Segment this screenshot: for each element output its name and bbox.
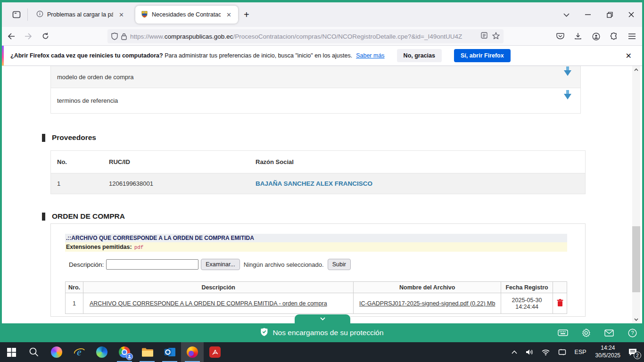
proveedor-no: 1 [51, 180, 109, 187]
firefox-view-icon[interactable] [8, 7, 25, 23]
attachment-row: modelo de orden de compra [51, 66, 580, 88]
new-tab-button[interactable]: + [238, 6, 255, 23]
orden-panel: .::ARCHIVO QUE CORRESPONDE A LA ORDEN DE… [50, 223, 586, 317]
tab-title: Necesidades de Contratación y [152, 11, 221, 18]
col-fecha: Fecha Registro [501, 282, 553, 293]
tab-separator [27, 8, 28, 21]
page-scrollbar[interactable] [632, 66, 640, 323]
tab-necesidades[interactable]: Necesidades de Contratación y ✕ [135, 6, 238, 24]
pocket-icon[interactable] [554, 31, 566, 42]
url-bar[interactable]: https://www.compraspublicas.gob.ec/Proce… [107, 29, 504, 43]
scrollbar-thumb[interactable] [632, 226, 640, 292]
notification-center-icon[interactable]: 2 [625, 342, 644, 362]
downloads-icon[interactable] [572, 31, 584, 42]
attachment-label: terminos de referencia [57, 97, 118, 104]
proveedores-header-row: No. RUC/ID Razón Social [51, 151, 585, 173]
tracking-shield-icon[interactable] [111, 33, 118, 40]
download-attachment-icon[interactable] [561, 94, 574, 107]
examinar-button[interactable]: Examinar... [201, 259, 240, 270]
accept-button[interactable]: Sí, abrir Firefox [454, 49, 511, 62]
svg-text:?: ? [631, 330, 634, 336]
file-descripcion-link[interactable]: ARCHIVO QUE CORRESPONDE A LA ORDEN DE CO… [90, 300, 327, 307]
taskbar-search-icon[interactable] [23, 342, 45, 362]
list-all-tabs-icon[interactable] [556, 10, 577, 19]
restore-button[interactable] [599, 6, 620, 24]
menu-hamburger-icon[interactable] [626, 31, 637, 42]
tray-display-icon[interactable] [554, 342, 570, 362]
archivo-header: .::ARCHIVO QUE CORRESPONDE A LA ORDEN DE… [65, 234, 567, 242]
startup-notification-bar: ¿Abrir Firefox cada vez que reinicies tu… [2, 46, 642, 66]
protection-message: Nos encargamos de su protección [272, 329, 383, 337]
proveedor-row: 1 1206199638001 BAJAÑA SANCHEZ ALEX FRAN… [51, 173, 585, 194]
attachments-table: modelo de orden de compra terminos de re… [50, 66, 581, 114]
bookmark-star-icon[interactable] [492, 32, 500, 41]
account-icon[interactable] [590, 31, 602, 42]
firefox-icon[interactable] [181, 342, 204, 362]
tray-wifi-icon[interactable] [537, 342, 554, 362]
heading-bar [42, 134, 45, 142]
file-explorer-icon[interactable] [136, 342, 158, 362]
help-icon[interactable]: ? [627, 328, 637, 338]
back-button[interactable] [4, 29, 19, 43]
scroll-down-icon[interactable] [632, 316, 640, 323]
download-attachment-icon[interactable] [561, 70, 574, 84]
page-content: modelo de orden de compra terminos de re… [2, 66, 642, 323]
proveedores-table: No. RUC/ID Razón Social 1 1206199638001 … [50, 150, 586, 194]
forward-button[interactable] [21, 29, 36, 43]
proveedores-heading: Proveedores [42, 133, 96, 142]
notification-text: ¿Abrir Firefox cada vez que reinicies tu… [10, 52, 352, 59]
tab-close-icon[interactable]: ✕ [117, 10, 126, 19]
col-delete [553, 282, 567, 293]
proveedor-link[interactable]: BAJAÑA SANCHEZ ALEX FRANCISCO [256, 180, 372, 187]
decline-button[interactable]: No, gracias [397, 49, 442, 62]
virtual-keyboard-icon[interactable] [558, 328, 568, 338]
col-archivo: Nombre del Archivo [354, 282, 501, 293]
copilot-icon[interactable] [45, 342, 68, 362]
svg-text:e: e [77, 346, 81, 358]
acrobat-icon[interactable] [204, 342, 226, 362]
close-notification-icon[interactable]: ✕ [626, 51, 632, 60]
browser-window: Problemas al cargar la página ✕ Necesida… [2, 2, 642, 323]
attachment-label: modelo de orden de compra [57, 74, 134, 81]
file-nro: 1 [66, 293, 83, 314]
edge-icon[interactable] [91, 342, 113, 362]
scroll-up-icon[interactable] [632, 66, 640, 74]
tray-language[interactable]: ESP [570, 342, 591, 362]
reader-view-icon[interactable] [481, 32, 487, 41]
extensiones-bar: Extensiones pemitidas:pdf [65, 242, 567, 252]
screen: Problemas al cargar la página ✕ Necesida… [0, 0, 644, 362]
lock-icon[interactable] [121, 33, 127, 40]
minimize-button[interactable] [577, 6, 599, 24]
url-text: https://www.compraspublicas.gob.ec/Proce… [130, 33, 481, 40]
close-window-button[interactable] [620, 6, 642, 24]
delete-file-icon[interactable] [557, 299, 563, 308]
tab-bar: Problemas al cargar la página ✕ Necesida… [2, 2, 642, 27]
subir-button[interactable]: Subir [328, 259, 351, 270]
info-icon [36, 10, 43, 19]
tab-problemas[interactable]: Problemas al cargar la página ✕ [31, 6, 131, 24]
tray-chevron-up-icon[interactable] [507, 342, 521, 362]
col-nro: Nro. [66, 282, 83, 293]
learn-more-link[interactable]: Saber más [356, 52, 384, 59]
system-tray: ESP 14:2430/5/2025 2 [507, 342, 644, 362]
descripcion-input[interactable] [106, 259, 198, 270]
chrome-icon[interactable] [113, 342, 136, 362]
file-fecha: 2025-05-3014:24:44 [501, 293, 553, 314]
protection-bar-collapse-button[interactable] [295, 314, 350, 323]
settings-gear-icon[interactable] [581, 328, 591, 338]
tab-close-icon[interactable]: ✕ [224, 10, 233, 19]
reload-button[interactable] [38, 29, 53, 43]
ext-value: pdf [134, 245, 144, 250]
outlook-icon[interactable] [158, 342, 181, 362]
internet-explorer-icon[interactable]: e [68, 342, 91, 362]
mail-icon[interactable] [604, 328, 614, 338]
start-button[interactable] [0, 342, 23, 362]
orden-file-row: 1 ARCHIVO QUE CORRESPONDE A LA ORDEN DE … [66, 293, 567, 314]
chrome-profile-badge [126, 353, 133, 360]
orden-heading: ORDEN DE COMPRA [42, 212, 125, 221]
file-name-link[interactable]: IC-GADPRSJ017-2025-signed-signed.pdf (0.… [359, 300, 495, 307]
tray-volume-icon[interactable] [521, 342, 537, 362]
col-no: No. [51, 158, 109, 165]
extensions-icon[interactable] [608, 31, 619, 42]
tray-clock[interactable]: 14:2430/5/2025 [591, 345, 625, 359]
